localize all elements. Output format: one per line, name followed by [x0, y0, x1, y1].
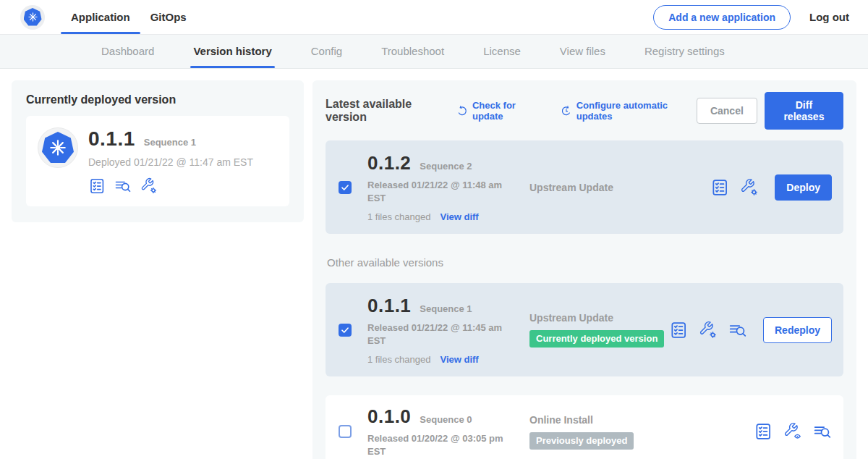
- version-actions: Deploy: [710, 174, 832, 201]
- configure-automatic-updates-link[interactable]: Configure automatic updates: [561, 100, 697, 122]
- view-config-icon[interactable]: [783, 422, 802, 441]
- deployed-version-info: 0.1.1 Sequence 1 Deployed 01/21/22 @ 11:…: [88, 127, 253, 195]
- version-source-col: Upstream Update: [521, 182, 710, 193]
- version-source: Upstream Update: [529, 182, 710, 193]
- version-row-0-1-2: 0.1.2 Sequence 2 Released 01/21/22 @ 11:…: [326, 140, 843, 234]
- tab-application[interactable]: Application: [61, 0, 140, 34]
- other-available-versions-title: Other available versions: [327, 256, 843, 269]
- released-timestamp: Released 01/20/22 @ 03:05 pm EST: [367, 432, 506, 458]
- currently-deployed-badge: Currently deployed version: [529, 330, 664, 348]
- main-content: Currently deployed version 0.1.1 Sequenc…: [0, 69, 868, 459]
- deployed-sequence: Sequence 1: [144, 137, 196, 148]
- released-timestamp: Released 01/21/22 @ 11:48 am EST: [367, 179, 506, 204]
- files-changed-label: 1 files changed: [367, 211, 430, 222]
- tab-license[interactable]: License: [483, 35, 521, 68]
- top-nav-right: Add a new application Log out: [653, 5, 849, 30]
- cancel-button[interactable]: Cancel: [697, 98, 757, 124]
- top-nav-tabs: Application GitOps: [61, 0, 197, 34]
- version-checkbox[interactable]: [339, 324, 352, 337]
- version-info: 0.1.0 Sequence 0 Released 01/20/22 @ 03:…: [367, 405, 521, 458]
- refresh-icon: [456, 105, 468, 117]
- version-sequence: Sequence 1: [420, 303, 472, 314]
- edit-config-icon[interactable]: [699, 321, 718, 340]
- files-changed-label: 1 files changed: [367, 354, 430, 365]
- auto-update-schedule-icon: [561, 105, 572, 117]
- preflight-checks-icon[interactable]: [754, 422, 773, 441]
- version-checkbox[interactable]: [339, 181, 352, 194]
- configure-automatic-updates-label: Configure automatic updates: [576, 100, 697, 122]
- deploy-logs-icon[interactable]: [114, 177, 132, 195]
- tab-config[interactable]: Config: [311, 35, 342, 68]
- tab-view-files[interactable]: View files: [560, 35, 605, 68]
- app-sub-nav: Dashboard Version history Config Trouble…: [0, 35, 868, 69]
- top-nav: Application GitOps Add a new application…: [0, 0, 868, 35]
- preflight-checks-icon[interactable]: [669, 321, 688, 340]
- tab-troubleshoot[interactable]: Troubleshoot: [381, 35, 444, 68]
- tab-registry-settings[interactable]: Registry settings: [644, 35, 725, 68]
- version-row-0-1-1: 0.1.1 Sequence 1 Released 01/21/22 @ 11:…: [326, 283, 843, 376]
- diff-releases-button[interactable]: Diff releases: [765, 92, 843, 130]
- version-source: Online Install: [529, 414, 754, 426]
- deploy-logs-icon[interactable]: [728, 321, 747, 340]
- preflight-checks-icon[interactable]: [88, 177, 106, 195]
- tab-version-history[interactable]: Version history: [193, 35, 271, 68]
- version-sequence: Sequence 2: [420, 161, 472, 172]
- version-sequence: Sequence 0: [420, 414, 472, 425]
- view-diff-link[interactable]: View diff: [440, 211, 478, 222]
- latest-available-title: Latest available version: [326, 98, 446, 124]
- kubernetes-heptagon: [42, 132, 74, 164]
- version-checkbox[interactable]: [339, 425, 352, 438]
- currently-deployed-panel: Currently deployed version 0.1.1 Sequenc…: [12, 80, 304, 222]
- view-diff-link[interactable]: View diff: [440, 354, 478, 365]
- edit-config-icon[interactable]: [740, 178, 759, 197]
- preflight-checks-icon[interactable]: [710, 178, 729, 197]
- deploy-logs-icon[interactable]: [813, 422, 832, 441]
- version-number: 0.1.1: [367, 295, 411, 317]
- check-for-update-label: Check for update: [472, 100, 543, 122]
- version-actions: [754, 422, 832, 441]
- version-source-col: Upstream Update Currently deployed versi…: [521, 312, 669, 348]
- tab-gitops[interactable]: GitOps: [140, 0, 197, 34]
- version-info: 0.1.1 Sequence 1 Released 01/21/22 @ 11:…: [367, 295, 521, 365]
- edit-config-icon[interactable]: [140, 177, 158, 195]
- helm-wheel-icon: [27, 11, 39, 23]
- deployed-version-card: 0.1.1 Sequence 1 Deployed 01/21/22 @ 11:…: [26, 116, 289, 206]
- redeploy-button[interactable]: Redeploy: [763, 317, 832, 343]
- deployed-timestamp: Deployed 01/21/22 @ 11:47 am EST: [88, 156, 253, 168]
- tab-dashboard[interactable]: Dashboard: [101, 35, 154, 68]
- version-number: 0.1.2: [367, 152, 411, 174]
- app-logo: [38, 127, 78, 168]
- available-panel-header: Latest available version Check for updat…: [326, 92, 843, 130]
- deployed-panel-title: Currently deployed version: [26, 93, 289, 106]
- released-timestamp: Released 01/21/22 @ 11:45 am EST: [367, 321, 506, 347]
- version-row-0-1-0: 0.1.0 Sequence 0 Released 01/20/22 @ 03:…: [326, 395, 843, 459]
- check-for-update-link[interactable]: Check for update: [456, 100, 543, 122]
- helm-wheel-icon: [47, 137, 69, 159]
- kubernetes-heptagon: [24, 8, 42, 26]
- logout-button[interactable]: Log out: [809, 11, 849, 23]
- kubernetes-logo: [20, 5, 45, 30]
- deploy-button[interactable]: Deploy: [775, 174, 832, 201]
- version-actions: Redeploy: [669, 317, 832, 343]
- checkmark-icon: [341, 326, 349, 334]
- version-source: Upstream Update: [529, 312, 669, 324]
- version-info: 0.1.2 Sequence 2 Released 01/21/22 @ 11:…: [367, 152, 521, 222]
- available-versions-panel: Latest available version Check for updat…: [312, 80, 856, 459]
- add-application-button[interactable]: Add a new application: [653, 5, 791, 30]
- version-source-col: Online Install Previously deployed: [521, 414, 754, 450]
- checkmark-icon: [341, 183, 349, 192]
- deployed-version-number: 0.1.1: [88, 127, 135, 151]
- previously-deployed-badge: Previously deployed: [529, 432, 634, 450]
- version-number: 0.1.0: [367, 405, 411, 428]
